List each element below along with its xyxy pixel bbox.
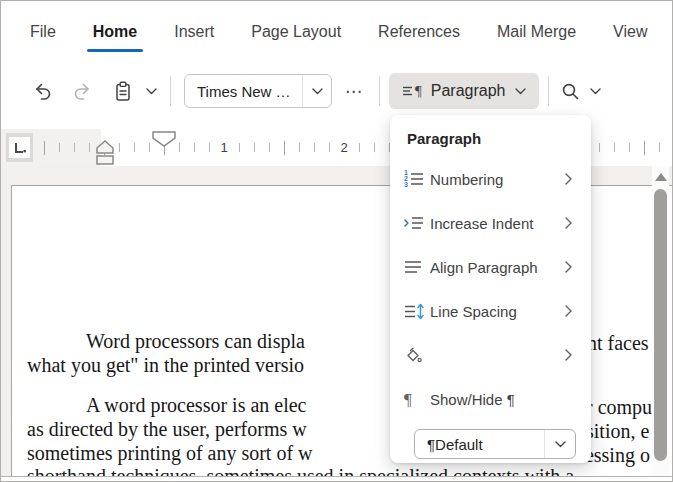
word-processor-window: File Home Insert Page Layout References … — [0, 0, 673, 482]
first-line-indent-marker[interactable] — [152, 131, 176, 147]
menu-item-home[interactable]: Home — [91, 19, 139, 45]
numbering-icon: 123 — [404, 170, 430, 188]
submenu-arrow-icon — [565, 261, 575, 273]
paragraph-dropdown-panel: Paragraph 123 Numbering — [390, 115, 591, 463]
toolbar-separator — [379, 76, 380, 106]
submenu-arrow-icon — [565, 305, 575, 317]
undo-button[interactable] — [27, 75, 59, 107]
font-selector-dropdown[interactable] — [303, 88, 331, 95]
document-text-line[interactable]: A word processor is an elec — [86, 393, 307, 417]
scrollbar-thumb[interactable] — [654, 189, 667, 461]
menu-item-view[interactable]: View — [611, 19, 649, 45]
undo-icon — [33, 81, 54, 102]
submenu-arrow-icon — [565, 173, 575, 185]
panel-title: Paragraph — [407, 130, 481, 147]
paragraph-icon: ¶ — [402, 84, 422, 99]
menu-item-align-paragraph[interactable]: Align Paragraph — [394, 245, 587, 289]
chevron-down-icon — [555, 441, 566, 448]
font-selector-value: Times New … — [185, 83, 302, 100]
toolbar: Times New … ⋯ ¶ Paragraph — [1, 63, 672, 119]
ruler-number: 1 — [216, 141, 231, 155]
more-options-icon: ⋯ — [345, 81, 363, 102]
chevron-down-icon — [590, 88, 601, 95]
more-options-button[interactable]: ⋯ — [338, 75, 370, 107]
paragraph-button-label: Paragraph — [431, 82, 506, 100]
toolbar-separator — [548, 76, 549, 106]
menu-item-line-spacing[interactable]: Line Spacing — [394, 289, 587, 333]
tab-stop-selector[interactable] — [6, 133, 33, 162]
redo-icon — [71, 81, 92, 102]
document-text-line[interactable]: as directed by the user, performs w — [27, 417, 307, 441]
menu-item-label: Home — [93, 23, 137, 40]
menu-item-numbering[interactable]: 123 Numbering — [394, 157, 587, 201]
menu-item-label: View — [613, 23, 647, 40]
document-text-line[interactable]: sometimes printing of any sort of w — [27, 441, 313, 465]
line-spacing-icon — [404, 303, 430, 320]
paragraph-style-selector[interactable]: ¶Default — [414, 429, 576, 459]
search-icon — [561, 82, 580, 101]
chevron-down-icon — [312, 88, 323, 95]
submenu-arrow-icon — [565, 217, 575, 229]
document-text-line[interactable]: shorthand techniques, sometimes used in … — [27, 464, 574, 477]
ruler-number: 2 — [336, 141, 351, 155]
menu-item-increase-indent[interactable]: Increase Indent — [394, 201, 587, 245]
submenu-arrow-icon — [565, 349, 575, 361]
menu-item-label: Align Paragraph — [430, 259, 565, 276]
redo-button[interactable] — [65, 75, 97, 107]
document-text-line[interactable]: Word processors can displa — [86, 329, 305, 353]
toolbar-separator — [170, 76, 171, 106]
font-selector[interactable]: Times New … — [184, 74, 332, 108]
menu-item-mail-merge[interactable]: Mail Merge — [495, 19, 578, 45]
menu-item-page-layout[interactable]: Page Layout — [249, 19, 343, 45]
clipboard-icon — [114, 81, 132, 102]
menu-item-label: Insert — [174, 23, 214, 40]
vertical-scrollbar[interactable] — [652, 166, 669, 476]
triangle-up-icon — [655, 173, 667, 181]
style-selector-dropdown[interactable] — [545, 441, 575, 448]
menu-item-label: Increase Indent — [430, 215, 565, 232]
shading-bucket-icon — [404, 347, 430, 364]
menu-item-paragraph-shading[interactable] — [394, 333, 587, 377]
search-dropdown-button[interactable] — [586, 75, 606, 107]
scroll-up-button[interactable] — [654, 170, 667, 183]
increase-indent-icon — [404, 215, 430, 231]
menu-item-label: File — [30, 23, 56, 40]
style-selector-value: ¶Default — [415, 436, 544, 453]
menu-item-label: Page Layout — [251, 23, 341, 40]
menu-item-references[interactable]: References — [376, 19, 462, 45]
chevron-down-icon — [146, 88, 157, 95]
hanging-indent-marker[interactable] — [95, 140, 115, 166]
paragraph-menu-button[interactable]: ¶ Paragraph — [389, 73, 539, 109]
menu-item-label: Mail Merge — [497, 23, 576, 40]
menu-item-insert[interactable]: Insert — [172, 19, 216, 45]
search-button[interactable] — [558, 75, 584, 107]
menu-item-file[interactable]: File — [28, 19, 58, 45]
align-paragraph-icon — [404, 259, 430, 275]
menu-item-label: References — [378, 23, 460, 40]
menu-item-label: Show/Hide ¶ — [430, 391, 575, 408]
pilcrow-icon: ¶ — [404, 391, 430, 408]
paste-button[interactable] — [107, 75, 139, 107]
left-tab-icon — [9, 137, 30, 158]
menu-item-label: Numbering — [430, 171, 565, 188]
chevron-down-icon — [515, 88, 526, 95]
menu-item-show-hide-marks[interactable]: ¶ Show/Hide ¶ — [394, 377, 587, 421]
paste-dropdown-button[interactable] — [141, 75, 161, 107]
menu-item-label: Line Spacing — [430, 303, 565, 320]
document-text-line[interactable]: what you get" in the printed versio — [27, 353, 304, 377]
menu-bar: File Home Insert Page Layout References … — [1, 1, 672, 63]
